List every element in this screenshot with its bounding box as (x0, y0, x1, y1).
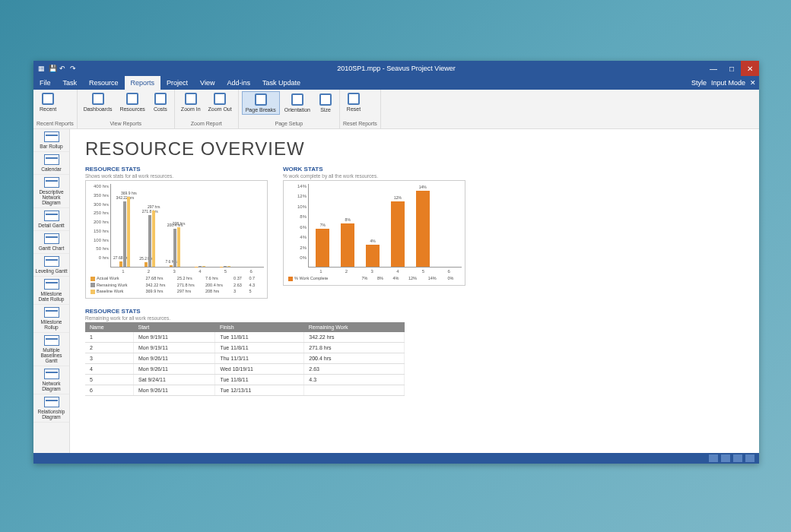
sidebar-item-label: Network Diagram (35, 381, 68, 391)
bar-group (212, 266, 237, 267)
sidebar-item-gantt-chart[interactable]: Gantt Chart (33, 231, 69, 254)
work-stats-chart: 0%2%4%6%8%10%12%14% 7%8%4%12%14% 123456 … (283, 180, 465, 286)
bar-group: 25.2 hrs271.8 hrs297 hrs (138, 211, 163, 267)
menu-add-ins[interactable]: Add-ins (221, 76, 256, 90)
save-icon[interactable]: 💾 (49, 65, 56, 72)
ribbon-reset-button[interactable]: Reset (343, 91, 364, 113)
ribbon-group-label: View Reports (81, 120, 171, 127)
bar (202, 266, 205, 267)
view-mode-icon[interactable] (745, 454, 754, 462)
ribbon-page-breaks-button[interactable]: Page Breaks (242, 91, 280, 115)
view-icon (44, 233, 59, 244)
ribbon-group-label: Page Setup (242, 120, 336, 127)
ribbon-group-label: Recent Reports (37, 120, 74, 127)
undo-icon[interactable]: ↶ (59, 65, 67, 72)
sidebar-item-milestone-rollup[interactable]: Milestone Rollup (33, 305, 69, 333)
sidebar-item-detail-gantt[interactable]: Detail Gantt (33, 208, 69, 231)
resource-table-title: RESOURCE STATS (85, 308, 744, 315)
ribbon-group-recent-reports: RecentRecent Reports (33, 90, 78, 128)
ribbon-group-label: Zoom Report (178, 120, 235, 127)
view-mode-icon[interactable] (721, 454, 730, 462)
menu-resource[interactable]: Resource (83, 76, 125, 90)
sidebar-item-milestone-date-rollup[interactable]: Milestone Date Rollup (33, 277, 69, 305)
redo-icon[interactable]: ↷ (70, 65, 78, 72)
sidebar-item-label: Calendar (35, 166, 68, 172)
table-row[interactable]: 1Mon 9/19/11Tue 11/8/11342.22 hrs (85, 332, 405, 343)
sidebar-item-network-diagram[interactable]: Network Diagram (33, 366, 69, 394)
ribbon-group-zoom-report: Zoom InZoom OutZoom Report (175, 90, 239, 128)
bar: 7% (316, 229, 329, 267)
bar: 27.68 hrs (119, 261, 122, 267)
costs-icon (154, 93, 167, 105)
sidebar-item-label: Milestone Date Rollup (35, 291, 68, 302)
ribbon-group-reset-reports: ResetReset Reports (340, 90, 381, 128)
view-mode-icon[interactable] (733, 454, 742, 462)
menu-view[interactable]: View (194, 76, 221, 90)
ribbon-button-label: Reset (347, 106, 361, 112)
bar: 208 hrs (177, 227, 180, 267)
menubar: FileTaskResourceReportsProjectViewAdd-in… (33, 76, 759, 90)
bar: 271.8 hrs (148, 215, 151, 267)
view-icon (44, 397, 59, 407)
recent-icon (42, 93, 54, 105)
ribbon-costs-button[interactable]: Costs (150, 91, 171, 113)
view-icon (44, 211, 59, 221)
menu-close-icon[interactable]: ✕ (750, 79, 756, 87)
ribbon-zoom-out-button[interactable]: Zoom Out (205, 91, 235, 113)
bar-group: 8% (335, 223, 361, 267)
minimize-button[interactable]: — (704, 61, 723, 76)
maximize-button[interactable]: □ (723, 61, 741, 76)
bar-group (187, 266, 212, 267)
legend-label: Baseline Work (89, 288, 144, 295)
sidebar-item-descriptive-network-diagram[interactable]: Descriptive Network Diagram (33, 175, 69, 208)
menu-task[interactable]: Task (57, 76, 84, 90)
ribbon-group-label: Reset Reports (343, 120, 377, 127)
bar: 342.22 hrs (123, 201, 126, 267)
reset-icon (348, 93, 360, 105)
resource-stats-title: RESOURCE STATS (85, 166, 268, 173)
ribbon-resources-button[interactable]: Resources (116, 91, 148, 113)
table-row[interactable]: 6Mon 9/26/11Tue 12/13/11 (85, 385, 405, 395)
app-window: ▦ 💾 ↶ ↷ 2010SP1.mpp - Seavus Project Vie… (33, 61, 759, 464)
ribbon-dashboards-button[interactable]: Dashboards (81, 91, 116, 113)
sidebar-item-multiple-baselines-gantt[interactable]: Multiple Baselines Gantt (33, 333, 69, 366)
resource-stats-chart: 0 hrs50 hrs100 hrs150 hrs200 hrs250 hrs3… (85, 180, 268, 299)
ribbon-orientation-button[interactable]: Orientation (281, 91, 313, 115)
ribbon-recent-button[interactable]: Recent (37, 91, 59, 113)
dashboards-icon (92, 93, 104, 105)
ribbon-button-label: Zoom In (181, 106, 201, 112)
table-header: Name (85, 322, 134, 332)
bar: 12% (391, 201, 405, 267)
ribbon-zoom-in-button[interactable]: Zoom In (178, 91, 204, 113)
orientation-icon (291, 93, 303, 106)
ribbon-group-page-setup: Page BreaksOrientationSizePage Setup (239, 90, 340, 128)
menu-style-dropdown[interactable]: Style (691, 79, 707, 87)
table-header: Finish (215, 322, 304, 332)
resource-stats-subtitle: Shows work stats for all work resources. (85, 173, 268, 179)
table-row[interactable]: 2Mon 9/19/11Tue 11/8/11271.8 hrs (85, 342, 405, 353)
bar-group: 27.68 hrs342.22 hrs369.9 hrs (113, 197, 138, 267)
legend-label: % Work Complete (287, 275, 360, 282)
table-row[interactable]: 3Mon 9/26/11Thu 11/3/11200.4 hrs (85, 353, 405, 363)
menu-reports[interactable]: Reports (125, 76, 161, 90)
sidebar-item-bar-rollup[interactable]: Bar Rollup (33, 129, 69, 152)
legend-label: Remaining Work (89, 282, 144, 289)
sidebar-item-leveling-gantt[interactable]: Leveling Gantt (33, 254, 69, 277)
close-button[interactable]: ✕ (741, 61, 759, 76)
table-row[interactable]: 5Sat 9/24/11Tue 11/8/114.3 (85, 374, 405, 385)
menu-task-update[interactable]: Task Update (256, 76, 307, 90)
view-icon (44, 307, 59, 318)
ribbon-group-view-reports: DashboardsResourcesCostsView Reports (78, 90, 175, 128)
sidebar-item-label: Detail Gantt (35, 223, 68, 228)
menu-project[interactable]: Project (160, 76, 194, 90)
zoom-out-icon (214, 93, 226, 105)
table-row[interactable]: 4Mon 9/26/11Wed 10/19/112.63 (85, 363, 405, 374)
sidebar-item-label: Relationship Diagram (35, 409, 68, 420)
menu-input-mode[interactable]: Input Mode (711, 79, 745, 87)
view-mode-icon[interactable] (709, 454, 718, 462)
sidebar-item-relationship-diagram[interactable]: Relationship Diagram (33, 394, 69, 423)
sidebar-item-calendar[interactable]: Calendar (33, 152, 69, 175)
menu-file[interactable]: File (33, 76, 57, 90)
statusbar (33, 453, 759, 464)
ribbon-size-button[interactable]: Size (315, 91, 336, 115)
